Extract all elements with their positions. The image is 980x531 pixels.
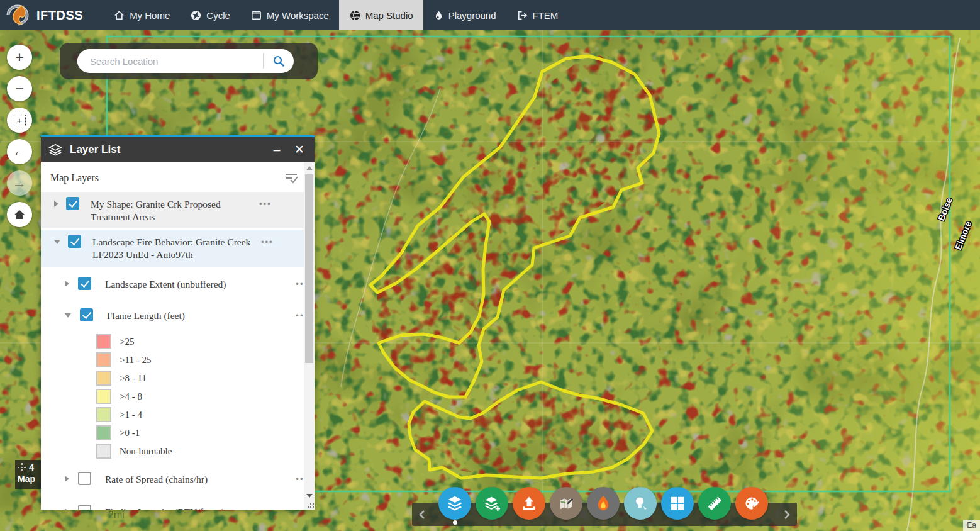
nav-item-map-studio[interactable]: Map Studio [339,0,423,30]
style-palette-button[interactable] [735,487,768,520]
measure-button[interactable] [698,487,731,520]
nav-item-ftem[interactable]: FTEM [506,0,569,30]
zoom-box-button[interactable]: + [7,108,32,133]
toolbar-prev-button[interactable] [414,506,430,523]
layer-row-my-shape: My Shape: Granite Crk Proposed Treatment… [41,192,315,228]
iftdss-logo-icon [4,2,34,28]
close-button[interactable]: ✕ [292,143,307,155]
zoom-box-icon: + [14,115,26,126]
nav-item-cycle[interactable]: Cycle [180,0,240,30]
legend-item: >25 [41,333,315,351]
nav-item-my-workspace[interactable]: My Workspace [240,0,339,30]
scroll-down-icon [306,494,313,498]
layer-row-fire-behavior: Landscape Fire Behavior: Granite Creek L… [41,230,315,266]
panel-header[interactable]: Layer List – ✕ [41,137,315,162]
fire-icon [595,495,611,512]
exit-icon [516,9,528,21]
nav-item-playground[interactable]: Playground [423,0,506,30]
sublayer-checkbox[interactable] [78,505,91,510]
layer-checkbox[interactable] [68,235,81,248]
fire-behavior-button[interactable] [587,487,620,520]
legend-swatch [96,352,111,367]
legend-item: >1 - 4 [41,406,315,424]
toolbar-active-dot [453,520,457,525]
home-extent-button[interactable] [7,202,32,227]
legend-item: >11 - 25 [41,351,315,369]
scrollbar-thumb[interactable] [305,174,313,363]
expand-arrow-icon[interactable] [65,508,69,510]
coordinate-value: 4 [29,462,34,472]
layer-list-button[interactable] [438,487,471,520]
legend-swatch [96,407,111,422]
search-icon [272,55,285,67]
legend-item: >0 -1 [41,424,315,442]
sublayer-checkbox[interactable] [78,472,91,485]
idea-edit-button[interactable] [624,487,657,520]
zoom-in-button[interactable]: + [7,45,32,70]
layer-filter-icon[interactable] [284,172,298,184]
nav-item-my-home[interactable]: My Home [103,0,180,30]
sublayer-label: Landscape Extent (unbuffered) [105,277,296,291]
legend-item: >4 - 8 [41,388,315,406]
sublayer-checkbox[interactable] [80,308,93,321]
layer-menu-button[interactable]: ••• [259,197,272,209]
sublayer-label: Flame Length (feet) [107,308,296,322]
sublayer-label: Fireline Intensity (BTU/ft-sec) [105,505,296,510]
iftdss-app: Boise Elmore 2mi IFTDSS My Home Cycle [0,0,980,531]
nav-items: My Home Cycle My Workspace Map Studio Pl… [103,0,568,30]
layers-icon [445,495,464,512]
toolbar-buttons [438,487,768,520]
brand-name: IFTDSS [36,8,83,23]
expand-arrow-icon[interactable] [54,201,58,207]
collapse-arrow-icon[interactable] [54,240,60,244]
scroll-up-icon [306,166,313,170]
map-draw-icon [557,495,576,512]
map-layers-heading: Map Layers [50,172,284,184]
crosshair-icon [18,463,26,471]
panel-body: Map Layers My Shape: Granite Crk Propose… [41,162,315,510]
sublayer-row-landscape-extent: Landscape Extent (unbuffered) ••• [41,272,315,296]
search-bar [60,43,318,79]
layer-label: Landscape Fire Behavior: Granite Creek L… [92,235,261,261]
layer-checkbox[interactable] [66,197,79,210]
next-extent-button[interactable]: → [7,170,32,196]
expand-arrow-icon[interactable] [65,281,69,287]
scroll-down-button[interactable] [304,491,315,501]
palette-icon [743,495,760,512]
collapse-arrow-icon[interactable] [65,313,71,318]
previous-extent-button[interactable]: ← [7,139,32,164]
legend-item: >8 - 11 [41,369,315,388]
globe-icon [349,9,361,21]
scroll-up-button[interactable] [304,163,315,173]
top-navigation: IFTDSS My Home Cycle My Workspace Map St… [0,0,980,30]
toolbar-next-button[interactable] [779,506,795,523]
zoom-out-button[interactable]: − [7,76,32,101]
panel-scrollbar[interactable] [304,162,315,510]
workspace-icon [250,9,262,21]
flame-length-legend: >25 >11 - 25 >8 - 11 >4 - 8 >1 - 4 [41,333,315,461]
sublayer-row-flame-length: Flame Length (feet) ••• [41,303,315,327]
sublayer-row-fireline-intensity: Fireline Intensity (BTU/ft-sec) ••• [41,500,315,510]
brand[interactable]: IFTDSS [0,0,92,30]
upload-button[interactable] [513,487,545,520]
legend-swatch [96,334,111,349]
home-icon [113,9,125,21]
add-layers-button[interactable] [476,487,508,520]
resize-grip[interactable] [306,501,314,509]
search-pill [77,49,294,73]
apps-grid-button[interactable] [661,487,694,520]
legend-item: Non-burnable [41,442,315,461]
chevron-left-icon [418,510,426,520]
sublayer-label: Rate of Spread (chains/hr) [105,472,296,486]
layer-menu-button[interactable]: ••• [261,235,274,247]
basemap-draw-button[interactable] [550,487,582,520]
expand-arrow-icon[interactable] [65,476,69,482]
minimize-button[interactable]: – [269,143,284,155]
sublayer-checkbox[interactable] [78,277,91,290]
ruler-icon [705,494,724,513]
layers-icon [48,143,62,156]
grid-icon [669,495,686,511]
search-button[interactable] [264,49,294,73]
add-layers-icon [482,495,501,512]
search-input[interactable] [77,56,263,67]
